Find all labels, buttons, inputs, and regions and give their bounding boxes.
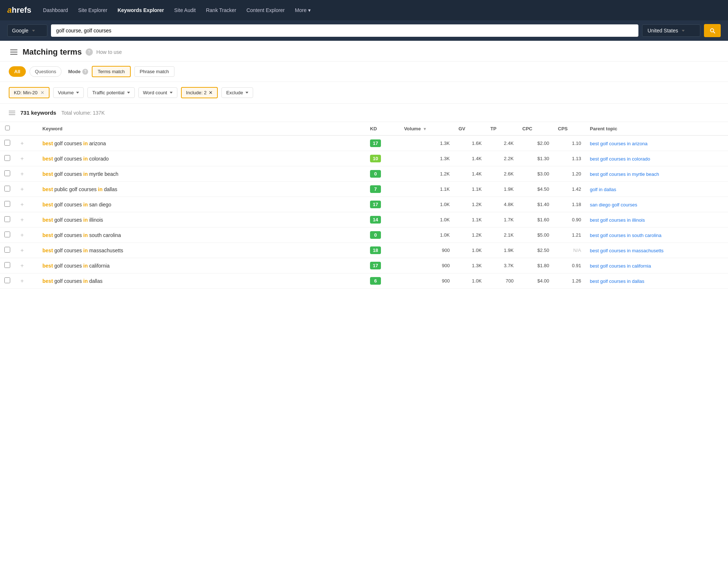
row-checkbox[interactable]: [4, 277, 10, 283]
phrase-match-button[interactable]: Phrase match: [134, 66, 174, 77]
col-volume-value: 900: [400, 273, 454, 289]
row-checkbox[interactable]: [4, 140, 10, 146]
col-gv-value: 1.6K: [454, 135, 486, 151]
exclude-filter[interactable]: Exclude: [221, 87, 253, 98]
row-add-icon[interactable]: +: [20, 217, 24, 223]
col-tp-value: 3.7K: [486, 258, 518, 273]
row-add-icon[interactable]: +: [20, 278, 24, 284]
word-count-filter[interactable]: Word count: [138, 87, 177, 98]
parent-topic-link[interactable]: best golf courses in dallas: [590, 278, 645, 284]
col-gv-value: 1.0K: [454, 273, 486, 289]
parent-topic-link[interactable]: best golf courses in colorado: [590, 156, 650, 162]
keyword-highlight-in: in: [83, 171, 88, 177]
table-row: +best golf courses in arizona171.3K1.6K2…: [0, 135, 728, 151]
include-filter-chip[interactable]: Include: 2 ✕: [181, 87, 218, 98]
table-row: +best golf courses in california179001.3…: [0, 258, 728, 273]
parent-topic-link[interactable]: best golf courses in california: [590, 263, 651, 269]
row-checkbox[interactable]: [4, 155, 10, 161]
col-volume[interactable]: Volume ▼: [400, 122, 454, 136]
keyword-text: golf courses: [53, 156, 83, 162]
row-add-icon[interactable]: +: [20, 201, 24, 208]
hamburger-menu[interactable]: [9, 48, 19, 56]
select-all-checkbox[interactable]: [5, 126, 10, 130]
country-chevron-icon: [682, 30, 685, 32]
help-icon[interactable]: ?: [86, 48, 93, 56]
parent-topic-link[interactable]: best golf courses in massachusetts: [590, 248, 664, 253]
nav-site-explorer[interactable]: Site Explorer: [74, 5, 112, 15]
row-add-icon[interactable]: +: [20, 186, 24, 192]
nav-keywords-explorer[interactable]: Keywords Explorer: [113, 5, 169, 15]
search-button[interactable]: [704, 24, 721, 37]
col-volume-value: 900: [400, 243, 454, 258]
sort-icon-line: [9, 114, 15, 115]
row-add-icon[interactable]: +: [20, 171, 24, 177]
engine-select[interactable]: Google: [7, 24, 47, 37]
volume-filter[interactable]: Volume: [53, 87, 84, 98]
tab-questions[interactable]: Questions: [29, 66, 62, 77]
keyword-location: south carolina: [88, 232, 121, 238]
table-summary: 731 keywords Total volume: 137K: [0, 104, 728, 122]
row-checkbox[interactable]: [4, 186, 10, 191]
col-cpc-value: $1.30: [518, 151, 554, 166]
logo[interactable]: ahrefs: [7, 5, 31, 15]
traffic-potential-filter[interactable]: Traffic potential: [87, 87, 134, 98]
tab-all[interactable]: All: [9, 66, 26, 77]
parent-topic-link[interactable]: best golf courses in myrtle beach: [590, 171, 659, 177]
nav-content-explorer[interactable]: Content Explorer: [242, 5, 289, 15]
parent-topic-link[interactable]: golf in dallas: [590, 187, 616, 192]
keyword-text: golf courses: [53, 248, 83, 253]
exclude-chevron-icon: [245, 92, 248, 94]
col-volume-value: 1.0K: [400, 212, 454, 228]
row-add-icon[interactable]: +: [20, 232, 24, 238]
parent-topic-link[interactable]: best golf courses in arizona: [590, 141, 648, 146]
table-row: +best golf courses in illinois141.0K1.1K…: [0, 212, 728, 228]
sort-icon[interactable]: [9, 111, 15, 115]
table-row: +best golf courses in colorado101.3K1.4K…: [0, 151, 728, 166]
row-checkbox[interactable]: [4, 262, 10, 268]
parent-topic-link[interactable]: san diego golf courses: [590, 202, 637, 208]
nav-site-audit[interactable]: Site Audit: [170, 5, 200, 15]
col-volume-value: 1.0K: [400, 228, 454, 243]
nav-more[interactable]: More ▾: [291, 5, 315, 15]
how-to-use-link[interactable]: How to use: [97, 49, 122, 55]
row-checkbox[interactable]: [4, 247, 10, 253]
row-add-icon[interactable]: +: [20, 155, 24, 162]
keyword-highlight-in: in: [83, 278, 88, 284]
search-bar: Google United States: [0, 20, 728, 41]
col-cps-value: 0.91: [554, 258, 586, 273]
row-add-icon[interactable]: +: [20, 247, 24, 253]
col-cps-value: 1.18: [554, 197, 586, 212]
keywords-count: 731 keywords: [20, 110, 56, 116]
row-checkbox[interactable]: [4, 216, 10, 222]
row-add-icon[interactable]: +: [20, 140, 24, 146]
keyword-highlight-best: best: [43, 141, 53, 146]
col-cps-value: 1.21: [554, 228, 586, 243]
table-row: +best golf courses in san diego171.0K1.2…: [0, 197, 728, 212]
keyword-highlight-in: in: [83, 141, 88, 146]
kd-filter-chip[interactable]: KD: Min-20 ✕: [9, 87, 50, 98]
row-add-icon[interactable]: +: [20, 262, 24, 269]
keyword-location: illinois: [88, 217, 103, 223]
terms-match-button[interactable]: Terms match: [92, 66, 130, 77]
word-count-chevron-icon: [170, 92, 173, 94]
filter-row: KD: Min-20 ✕ Volume Traffic potential Wo…: [0, 82, 728, 104]
nav-dashboard[interactable]: Dashboard: [39, 5, 72, 15]
include-filter-close-icon[interactable]: ✕: [209, 90, 213, 95]
row-checkbox[interactable]: [4, 170, 10, 176]
kd-filter-label: KD: Min-20: [14, 90, 38, 95]
nav-rank-tracker[interactable]: Rank Tracker: [201, 5, 240, 15]
search-input[interactable]: [51, 24, 638, 37]
keyword-text: golf courses: [53, 278, 83, 284]
col-tp-value: 1.9K: [486, 243, 518, 258]
row-checkbox[interactable]: [4, 201, 10, 207]
parent-topic-link[interactable]: best golf courses in illinois: [590, 217, 645, 223]
mode-help-icon[interactable]: ?: [82, 69, 88, 75]
parent-topic-link[interactable]: best golf courses in south carolina: [590, 233, 662, 238]
keyword-location: dallas: [103, 186, 117, 192]
country-select[interactable]: United States: [642, 24, 700, 37]
table-row: +best public golf courses in dallas71.1K…: [0, 182, 728, 197]
col-kd: KD: [366, 122, 400, 136]
row-checkbox[interactable]: [4, 232, 10, 237]
kd-filter-close-icon[interactable]: ✕: [40, 90, 44, 95]
kd-badge: 17: [370, 139, 381, 147]
